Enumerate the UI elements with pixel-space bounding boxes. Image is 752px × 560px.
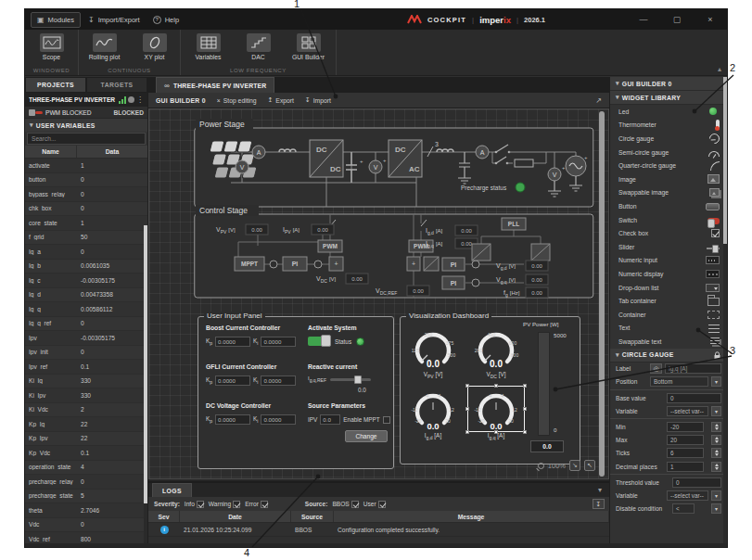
variable-row[interactable]: chk_box 0 [25,202,147,217]
disable-condition-select[interactable]: < [672,503,695,514]
column-date[interactable]: Date [180,511,291,522]
variable-row[interactable]: Ki_Ipv 330 [25,388,147,403]
decimal-places-input[interactable]: 1 [667,462,704,472]
import-button[interactable]: ↧ Import [305,96,331,104]
filter-info[interactable]: Info [185,501,204,508]
variable-row[interactable]: bypass_relay 0 [25,187,147,202]
menu-modules[interactable]: ▣ Modules [31,12,81,28]
stepper-icon[interactable] [711,462,721,472]
maximize-button[interactable]: ▢ [660,9,694,30]
gfli-kp-input[interactable]: 0.0000 [215,375,250,386]
variable-row[interactable]: Ig_d 0.00473358 [25,288,147,303]
widget-library-item[interactable]: Image [610,172,727,186]
circle-gauge-header[interactable]: ▾ CIRCLE GAUGE [610,349,727,363]
ticks-input[interactable]: 6 [667,448,704,458]
gui-builder-panel-header[interactable]: ▾ GUI BUILDER 0 [610,77,727,91]
filter-warning[interactable]: Warning [209,501,240,508]
widget-library-item[interactable]: Quarter-circle gauge [610,159,727,172]
widget-library-item[interactable]: Check box [610,226,727,240]
boost-ki-input[interactable]: 0.0000 [261,337,296,347]
variable-row[interactable]: precharge_relay 0 [25,475,147,490]
column-name[interactable]: Name [25,146,77,158]
fit-view-button[interactable]: ↘ [569,460,580,471]
gauge-vdc[interactable]: 200 400 600 800 0.0 [465,326,527,369]
dropdown-icon[interactable]: ▾ [711,503,721,514]
stepper-icon[interactable] [711,435,721,445]
user-checkbox[interactable] [378,501,386,508]
canvas-scrollbar[interactable] [599,111,605,477]
panel-scrollbar[interactable] [723,77,727,547]
selection-outline[interactable] [467,386,525,432]
variable-row[interactable]: Ki_Ig 330 [25,375,147,389]
widget-library-item[interactable]: Circle gauge [610,132,727,146]
base-value-input[interactable]: 0 [667,393,721,403]
dropdown-icon[interactable]: ▾ [711,406,721,416]
widget-library-item[interactable]: Text [610,322,727,336]
reactive-current-slider[interactable] [330,378,371,381]
variable-row[interactable]: Ig_a 0 [25,245,147,260]
editor-tab-three-phase-pv-inverter[interactable]: ∞ THREE-PHASE PV INVERTER [156,77,274,93]
variable-row[interactable]: Kp_Vdc 0.1 [25,446,147,461]
selection-handle[interactable] [465,430,469,434]
gauge-vpv[interactable]: 125 250 375 500 0.0 [402,326,464,369]
export-logs-button[interactable]: ↧ [593,499,605,509]
enable-mppt-checkbox[interactable] [383,416,390,424]
boost-kp-input[interactable]: 0.0000 [215,337,250,347]
gauge-igd[interactable]: -4 4 -12 12 -20 20 0.0 [402,388,464,430]
dropdown-icon[interactable]: ▾ [711,376,721,387]
widget-library-header[interactable]: ▾ WIDGET LIBRARY [610,91,727,105]
ribbon-collapse-button[interactable]: ▴ [718,65,721,73]
column-message[interactable]: Message [334,511,609,522]
change-button[interactable]: Change [345,430,388,442]
label-input[interactable]: Ig,q [A] [665,363,721,374]
info-checkbox[interactable] [197,501,204,508]
widget-library-item[interactable]: Swappable text [610,335,727,349]
selection-handle[interactable] [494,384,498,388]
variable-select[interactable]: --select var-- [667,406,708,416]
widget-library-item[interactable]: Numeric input [610,254,727,268]
variable-row[interactable]: Ig_q_ref 0 [25,317,147,332]
filter-bbos[interactable]: BBOS [332,501,358,508]
logs-tab[interactable]: LOGS [152,483,192,497]
variable-row[interactable]: theta 2.7046 [25,503,147,518]
variable-row[interactable]: Vdc 0 [25,518,147,533]
variable-row[interactable]: Ig_q 0.00586112 [25,302,147,317]
widget-library-item[interactable]: Swappable image [610,186,727,200]
column-sev[interactable]: Sev [148,511,180,522]
widget-library-item[interactable]: Switch [610,213,727,227]
position-select[interactable]: Bottom [650,376,708,387]
variable-row[interactable]: Ig_c -0.00305175 [25,274,147,288]
selection-handle[interactable] [523,384,527,388]
selection-handle[interactable] [494,430,498,434]
stepper-icon[interactable] [711,448,721,458]
widget-library-item[interactable]: Semi-circle gauge [610,146,727,159]
logs-collapse-icon[interactable]: ▾ [598,486,602,494]
variable-row[interactable]: Kp_Ipv 22 [25,432,147,447]
user-variables-header[interactable]: ▾ USER VARIABLES [25,119,147,132]
menu-import-export[interactable]: ↧ Import/Export [83,13,146,27]
bbos-checkbox[interactable] [351,501,359,508]
minimize-button[interactable]: — [627,9,660,30]
selection-handle[interactable] [523,430,527,434]
variable2-select[interactable]: --select var-- [667,490,708,501]
widget-library-item[interactable]: Led [610,105,727,119]
dcv-ki-input[interactable]: 0.0000 [261,414,296,425]
stepper-icon[interactable] [711,422,721,432]
project-header[interactable]: THREE-PHASE PV INVERTER ⋮ [25,93,147,107]
dcv-kp-input[interactable]: 0.0000 [215,414,250,425]
widget-library-item[interactable]: Button [610,199,727,213]
gfli-ki-input[interactable]: 0.0000 [261,375,296,386]
variable-row[interactable]: activate 1 [25,159,147,173]
export-button[interactable]: ↥ Export [268,96,294,104]
variable-row[interactable]: operation_state 4 [25,461,147,476]
max-input[interactable]: 20 [667,435,704,445]
gui-canvas[interactable]: Power Stage V + A [148,108,609,479]
dropdown-icon[interactable]: ▾ [711,490,721,501]
widget-library-item[interactable]: Thermometer [610,119,727,133]
variable-row[interactable]: core_state 1 [25,216,147,231]
variable-row[interactable]: precharge_state 5 [25,490,147,504]
close-button[interactable]: × [694,9,727,30]
popout-icon[interactable]: ↗ [595,96,602,105]
threshold-input[interactable]: 0 [672,477,721,488]
activate-toggle[interactable] [308,337,330,346]
